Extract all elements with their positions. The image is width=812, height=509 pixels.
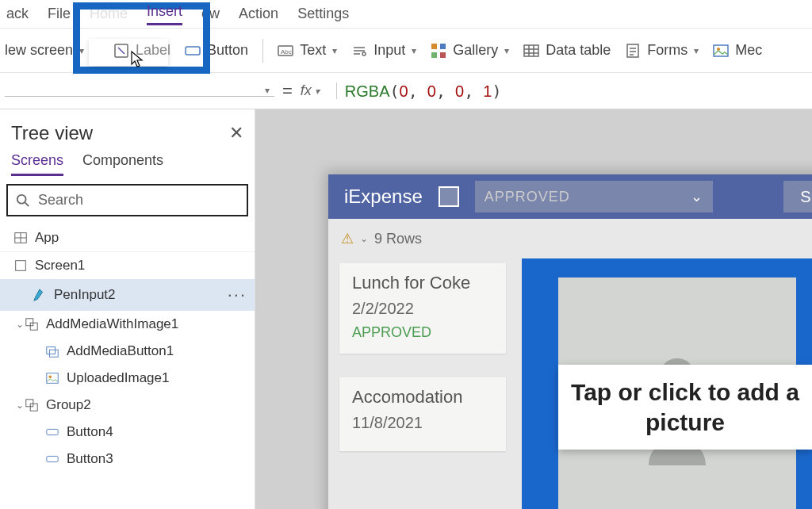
chevron-down-icon: ⌄: [360, 233, 368, 244]
menu-bar: ack File Home Insert ew Action Settings: [0, 0, 812, 29]
svg-rect-6: [440, 44, 446, 49]
tree-node-screen1[interactable]: Screen1: [0, 251, 255, 279]
tree-node-uploadedimage[interactable]: UploadedImage1: [0, 365, 255, 392]
tree-node-app[interactable]: App: [0, 224, 255, 251]
card-title: Lunch for Coke: [352, 273, 493, 293]
warning-icon: ⚠: [341, 230, 354, 247]
design-canvas[interactable]: iExpense APPROVED ⌄ S ⚠ ⌄ 9 Rows Lunch f…: [255, 109, 812, 509]
list-item[interactable]: Lunch for Coke 2/2/2022 APPROVED: [339, 263, 506, 354]
add-picture-button[interactable]: Tap or click to add a picture: [558, 277, 796, 509]
list-item[interactable]: Accomodation 11/8/2021: [339, 377, 506, 451]
card-date: 11/8/2021: [352, 414, 493, 432]
filter-dropdown[interactable]: APPROVED ⌄: [475, 181, 713, 212]
tree-view-title: Tree view: [11, 122, 93, 144]
svg-point-13: [17, 194, 26, 203]
separator: [262, 39, 263, 63]
property-selector[interactable]: ▾: [5, 85, 274, 97]
svg-rect-20: [47, 373, 58, 384]
chevron-down-icon: ▾: [265, 85, 270, 96]
svg-rect-15: [16, 261, 26, 271]
input-icon: [351, 43, 367, 59]
insert-gallery-button[interactable]: Gallery▾: [431, 42, 509, 59]
tree-node-button3[interactable]: Button3: [0, 446, 255, 473]
svg-rect-7: [431, 52, 437, 58]
gallery-icon: [431, 43, 446, 59]
button-icon: [44, 425, 60, 439]
svg-rect-1: [186, 47, 200, 55]
screen-icon: [13, 258, 29, 273]
menu-back[interactable]: ack: [6, 6, 29, 22]
svg-rect-16: [26, 319, 33, 326]
close-icon[interactable]: ✕: [229, 123, 243, 144]
menu-file[interactable]: File: [48, 6, 71, 22]
forms-icon: [625, 43, 641, 59]
search-button[interactable]: S: [783, 181, 812, 212]
chevron-down-icon: ▾: [315, 86, 320, 97]
svg-rect-19: [49, 350, 58, 357]
more-icon[interactable]: ···: [228, 285, 247, 305]
svg-rect-8: [440, 52, 446, 58]
tab-screens[interactable]: Screens: [11, 152, 63, 176]
chevron-down-icon: ▾: [504, 45, 509, 56]
svg-rect-25: [47, 456, 58, 461]
tree-node-group2[interactable]: ⌄ Group2: [0, 392, 255, 419]
ribbon-insert: lew screen▾ Label Button Abc Text▾ Input…: [0, 29, 812, 73]
menu-view[interactable]: ew: [201, 6, 220, 22]
new-screen-button[interactable]: lew screen▾: [5, 42, 84, 59]
menu-settings[interactable]: Settings: [297, 6, 349, 22]
menu-action[interactable]: Action: [239, 6, 278, 22]
chevron-down-icon: ▾: [332, 45, 337, 56]
insert-input-button[interactable]: Input▾: [351, 42, 416, 59]
row-count-label: 9 Rows: [374, 231, 422, 247]
app-icon: [13, 231, 29, 245]
chevron-down-icon: ⌄: [16, 400, 24, 411]
svg-rect-5: [431, 44, 437, 49]
media-panel: Tap or click to add a picture: [522, 258, 812, 509]
app-preview: iExpense APPROVED ⌄ S ⚠ ⌄ 9 Rows Lunch f…: [328, 174, 812, 509]
tab-components[interactable]: Components: [82, 152, 163, 176]
chevron-down-icon: ▾: [694, 45, 699, 56]
text-icon: Abc: [278, 43, 293, 59]
label-icon: [113, 43, 129, 59]
tree-node-peninput2[interactable]: PenInput2 ···: [0, 279, 255, 311]
tree-view-panel: Tree view ✕ Screens Components Search Ap…: [0, 109, 255, 509]
svg-rect-22: [26, 400, 33, 407]
insert-forms-button[interactable]: Forms▾: [625, 42, 699, 59]
tree-node-addmediawithimage[interactable]: ⌄ AddMediaWithImage1: [0, 311, 255, 338]
insert-media-button[interactable]: Mec: [713, 42, 762, 59]
search-input[interactable]: Search: [6, 184, 248, 216]
media-button-icon: [44, 344, 60, 358]
group-icon: [24, 317, 40, 331]
svg-rect-11: [714, 45, 728, 56]
svg-rect-23: [30, 404, 37, 411]
table-icon: [523, 43, 539, 59]
insert-datatable-button[interactable]: Data table: [523, 42, 611, 59]
tree-node-button4[interactable]: Button4: [0, 419, 255, 446]
menu-home[interactable]: Home: [90, 6, 128, 22]
card-list: Lunch for Coke 2/2/2022 APPROVED Accomod…: [339, 258, 506, 509]
equals-label: =: [282, 81, 293, 101]
svg-text:Abc: Abc: [281, 48, 292, 55]
search-icon: [16, 193, 30, 208]
formula-input[interactable]: RGBA(0, 0, 0, 1): [345, 82, 502, 101]
tree-node-addmediabutton[interactable]: AddMediaButton1: [0, 338, 255, 365]
button-icon: [44, 452, 60, 466]
insert-button-button[interactable]: Button: [185, 42, 248, 59]
card-title: Accomodation: [352, 387, 493, 408]
card-status: APPROVED: [352, 324, 493, 341]
cursor-icon: [129, 50, 147, 72]
insert-text-button[interactable]: Abc Text▾: [278, 42, 337, 59]
svg-point-21: [49, 375, 52, 378]
app-title: iExpense: [344, 186, 423, 208]
fx-button[interactable]: fx▾: [301, 82, 337, 99]
svg-rect-17: [30, 323, 37, 330]
card-date: 2/2/2022: [352, 300, 493, 318]
svg-rect-9: [524, 45, 538, 56]
add-picture-label: Tap or click to add a picture: [558, 365, 812, 450]
svg-rect-18: [47, 347, 56, 354]
checkbox[interactable]: [439, 186, 459, 207]
menu-insert[interactable]: Insert: [147, 3, 182, 25]
media-icon: [713, 43, 729, 59]
group-icon: [24, 398, 40, 412]
app-header: iExpense APPROVED ⌄ S: [328, 174, 812, 219]
